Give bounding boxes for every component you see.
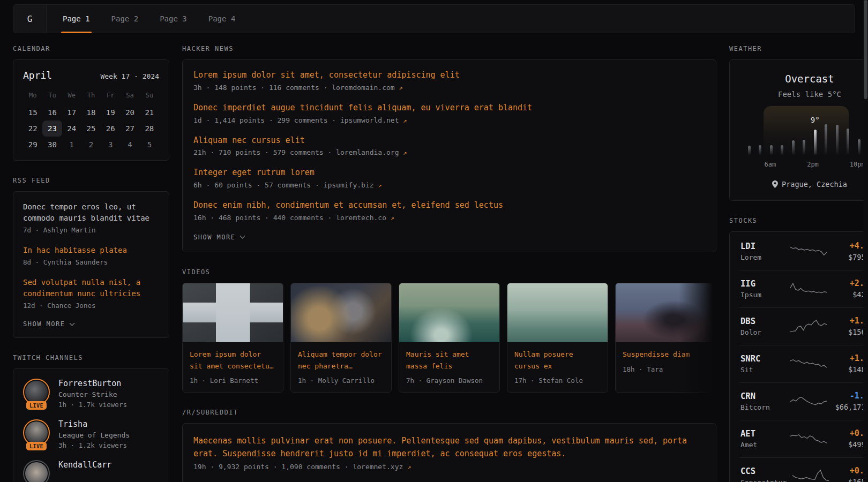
tab-page-1[interactable]: Page 1 xyxy=(63,5,90,33)
video-thumbnail-camera[interactable] xyxy=(291,283,391,342)
weather-bar-column xyxy=(803,140,805,155)
page-scrollbar[interactable] xyxy=(863,0,868,482)
calendar-day[interactable]: 2 xyxy=(81,137,101,153)
video-thumbnail-sea[interactable] xyxy=(399,283,499,342)
calendar-day[interactable]: 20 xyxy=(120,104,139,120)
weather-bar xyxy=(832,115,843,155)
rss-show-more-label: SHOW MORE xyxy=(23,320,65,328)
hackernews-item-title[interactable]: Aliquam nec cursus elit xyxy=(193,135,305,147)
twitch-section: TWITCH CHANNELS LIVEForrestBurtonCounter… xyxy=(13,354,169,482)
stock-row[interactable]: SNRCSit+1.36%$148.64 xyxy=(739,345,868,382)
stock-symbol: DBS xyxy=(740,317,784,326)
external-link-icon[interactable]: ↗ xyxy=(391,214,394,222)
calendar-day[interactable]: 22 xyxy=(23,120,42,137)
calendar-day[interactable]: 19 xyxy=(101,104,120,120)
tab-page-4[interactable]: Page 4 xyxy=(208,5,236,33)
rss-item-title[interactable]: Sed volutpat nulla nisl, a condimentum n… xyxy=(23,277,159,299)
stock-sparkline xyxy=(790,281,829,297)
calendar-day[interactable]: 27 xyxy=(120,120,139,137)
stock-row[interactable]: DBSDolor+1.42%$156.28 xyxy=(739,307,868,345)
stock-row[interactable]: IIGIpsum+2.84%$42.04 xyxy=(739,270,868,307)
stock-row[interactable]: CCSConsectetur+0.51%$165.84 xyxy=(739,457,868,482)
calendar-day[interactable]: 28 xyxy=(140,120,159,137)
calendar-day[interactable]: 1 xyxy=(62,137,81,153)
calendar-weekday-row: MoTuWeThFrSaSu xyxy=(23,88,159,104)
calendar-day[interactable]: 21 xyxy=(140,104,159,120)
external-link-icon[interactable]: ↗ xyxy=(399,84,403,92)
video-title[interactable]: Lorem ipsum dolor sit amet consectetu… xyxy=(190,350,274,370)
video-title[interactable]: Nullam posuere cursus ex xyxy=(514,350,573,370)
calendar-day[interactable]: 30 xyxy=(42,137,62,153)
video-card: Mauris sit amet massa felis7h · Grayson … xyxy=(399,283,500,393)
external-link-icon[interactable]: ↗ xyxy=(403,117,407,124)
location-pin-icon xyxy=(772,180,778,188)
stock-sparkline xyxy=(790,318,829,334)
weather-bar-column xyxy=(781,145,783,155)
calendar-day[interactable]: 15 xyxy=(23,104,42,120)
weather-bar xyxy=(777,115,788,155)
calendar-day[interactable]: 24 xyxy=(62,120,81,137)
video-title[interactable]: Suspendisse diam xyxy=(623,350,690,358)
twitch-channel-info: TrishaLeague of Legends3h · 1.2k viewers xyxy=(58,419,130,449)
weather-time-label xyxy=(829,161,839,168)
hackernews-show-more-button[interactable]: SHOW MORE xyxy=(193,234,244,241)
subreddit-post-title[interactable]: Maecenas mollis pulvinar erat non posuer… xyxy=(193,436,687,458)
rss-show-more-button[interactable]: SHOW MORE xyxy=(23,320,74,328)
hackernews-item-title[interactable]: Donec enim nibh, condimentum et accumsan… xyxy=(193,200,503,212)
stock-identity: CRNBitcorn xyxy=(740,391,784,411)
channel-name[interactable]: KendallCarr xyxy=(58,460,111,470)
hackernews-item-title[interactable]: Lorem ipsum dolor sit amet, consectetur … xyxy=(193,70,460,81)
video-title[interactable]: Mauris sit amet massa felis xyxy=(406,350,469,370)
rss-item-meta: 12d · Chance Jones xyxy=(23,302,159,310)
stock-name: Bitcorn xyxy=(740,403,784,411)
tab-page-2[interactable]: Page 2 xyxy=(111,5,139,33)
hackernews-item-title[interactable]: Donec imperdiet augue tincidunt felis al… xyxy=(193,102,532,114)
twitch-channel-row[interactable]: LIVETrishaLeague of Legends3h · 1.2k vie… xyxy=(23,419,159,449)
stock-row[interactable]: LDILorem+4.35%$795.18 xyxy=(739,233,868,270)
channel-game: Counter-Strike xyxy=(58,390,127,398)
video-meta: 18h · Tara xyxy=(623,365,709,373)
stock-row[interactable]: CRNBitcorn-1.00%$66,171.48 xyxy=(739,382,868,420)
rss-items: Donec tempor eros leo, ut commodo mauris… xyxy=(23,201,159,310)
external-link-icon[interactable]: ↗ xyxy=(378,182,381,189)
calendar-day[interactable]: 17 xyxy=(62,104,81,120)
twitch-channel-row[interactable]: KendallCarr xyxy=(23,460,159,482)
stock-name: Dolor xyxy=(740,328,784,336)
video-card: Nullam posuere cursus ex17h · Stefan Col… xyxy=(507,283,608,393)
calendar-day[interactable]: 26 xyxy=(101,120,120,137)
calendar-day[interactable]: 5 xyxy=(140,137,159,153)
weather-time-label xyxy=(787,161,797,168)
video-thumbnail-fog[interactable] xyxy=(616,283,716,342)
stock-identity: AETAmet xyxy=(740,429,784,449)
weather-bar-column xyxy=(814,130,817,155)
channel-name[interactable]: Trisha xyxy=(58,419,130,429)
calendar-day[interactable]: 29 xyxy=(23,137,42,153)
hackernews-item-title[interactable]: Integer eget rutrum lorem xyxy=(193,167,315,179)
stock-row[interactable]: AETAmet+0.92%$499.72 xyxy=(739,420,868,457)
subreddit-card: Maecenas mollis pulvinar erat non posuer… xyxy=(182,423,716,482)
twitch-channel-row[interactable]: LIVEForrestBurtonCounter-Strike1h · 1.7k… xyxy=(23,379,159,409)
calendar-day[interactable]: 16 xyxy=(42,104,62,120)
calendar-day[interactable]: 3 xyxy=(101,137,120,153)
app-logo[interactable]: G xyxy=(13,5,47,33)
channel-game: League of Legends xyxy=(58,431,130,439)
video-title[interactable]: Aliquam tempor dolor nec pharetra… xyxy=(298,350,382,370)
video-card: Suspendisse diam18h · Tara xyxy=(615,283,716,393)
calendar-day[interactable]: 18 xyxy=(81,104,101,120)
weather-bar-column xyxy=(770,145,773,155)
channel-name[interactable]: ForrestBurton xyxy=(58,379,127,388)
tab-page-3[interactable]: Page 3 xyxy=(160,5,187,33)
calendar-day[interactable]: 25 xyxy=(81,120,101,137)
scrollbar-thumb[interactable] xyxy=(864,0,867,99)
video-thumbnail-towers[interactable] xyxy=(183,283,283,342)
weather-time-label: 6am xyxy=(765,161,776,168)
calendar-day[interactable]: 4 xyxy=(120,137,139,153)
rss-item-title[interactable]: Donec tempor eros leo, ut commodo mauris… xyxy=(23,201,159,224)
external-link-icon[interactable]: ↗ xyxy=(407,463,411,471)
external-link-icon[interactable]: ↗ xyxy=(403,149,407,156)
video-thumbnail-canoe[interactable] xyxy=(507,283,608,342)
calendar-day-selected[interactable]: 23 xyxy=(42,120,62,137)
stock-identity: LDILorem xyxy=(740,242,784,261)
rss-item-title[interactable]: In hac habitasse platea xyxy=(23,245,159,256)
hackernews-item-meta: 6h · 60 points · 57 comments · ipsumify.… xyxy=(193,181,705,189)
